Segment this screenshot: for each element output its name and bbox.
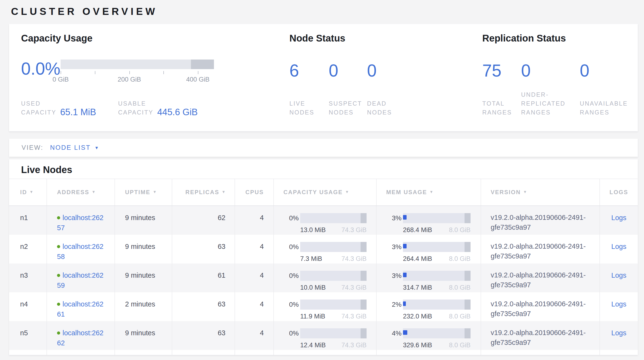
capacity-percent: 0% [284,242,299,252]
replication-status-panel: Replication Status 75 TOTAL RANGES 0 UND… [482,33,638,117]
column-header-address[interactable]: ADDRESS▼ [47,179,115,206]
mem-total-value: 8.0 GiB [449,254,470,264]
node-capacity-usage-cell: 0% 13.0 MiB 74.3 GiB [274,206,376,235]
mem-total-value: 8.0 GiB [449,225,470,235]
node-id: n1 [20,213,28,223]
mem-bar-dark-segment [464,242,470,252]
axis-tick-label: 400 GiB [186,76,210,83]
node-status-heading: Node Status [290,33,482,44]
node-address-link[interactable]: localhost:26257 [57,214,104,232]
capacity-total-value: 74.3 GiB [342,311,366,321]
total-ranges-label: TOTAL RANGES [482,99,521,117]
node-id: n5 [20,328,28,338]
under-replicated-ranges-label: UNDER- REPLICATED RANGES [521,90,580,117]
node-address-cell: localhost:26262 [57,328,105,348]
node-logs-link[interactable]: Logs [612,270,626,280]
used-capacity-stat: USED CAPACITY 65.1 MiB [21,99,118,117]
chevron-down-icon: ▼ [95,145,100,150]
capacity-percent: 0% [284,213,299,223]
view-dropdown[interactable]: NODE LIST ▼ [50,144,100,151]
capacity-percent: 0% [284,328,299,338]
node-address-link[interactable]: localhost:26262 [57,329,104,347]
mem-bar-dark-segment [464,271,470,281]
capacity-total-value: 74.3 GiB [342,340,366,350]
column-header-uptime[interactable]: UPTIME▼ [115,179,172,206]
capacity-bar [300,299,366,310]
node-mem-usage-cell: 3% 264.4 MiB 8.0 GiB [376,235,481,264]
mem-percent: 4% [386,328,402,338]
node-logs-link[interactable]: Logs [612,299,626,309]
node-logs-link[interactable]: Logs [612,241,626,252]
total-ranges-stat: 75 TOTAL RANGES [482,44,521,117]
table-row: n1 localhost:26257 9 minutes 62 4 0% 13.… [9,206,638,235]
node-status-panel: Node Status 6 LIVE NODES 0 SUSPECT NODES [290,33,482,117]
live-nodes-card: Live Nodes ID▼ ADDRESS▼ UPTIME▼ REPLICAS… [9,159,638,355]
capacity-bar-dark-segment [360,213,366,223]
node-version: v19.2.0-alpha.20190606-2491-gfe735c9a97 [491,299,589,319]
node-address-link[interactable]: localhost:26258 [57,243,104,260]
table-row: n4 localhost:26261 2 minutes 63 4 0% 11.… [9,292,638,321]
mem-total-value: 8.0 GiB [449,282,470,293]
column-header-replicas[interactable]: REPLICAS▼ [172,179,235,206]
capacity-total-value: 74.3 GiB [342,282,366,293]
view-selector-bar: VIEW: NODE LIST ▼ [9,139,638,157]
node-uptime: 9 minutes [125,270,155,280]
node-capacity-usage-cell: 0% 12.4 MiB 74.3 GiB [274,321,376,350]
node-cpus: 4 [260,241,264,252]
column-header-mem-usage[interactable]: MEM USAGE▼ [376,179,481,206]
mem-used-value: 232.0 MiB [403,311,432,321]
live-nodes-label: LIVE NODES [290,99,329,117]
node-replicas: 62 [218,213,226,223]
mem-total-value: 8.0 GiB [449,340,470,350]
live-nodes-table: ID▼ ADDRESS▼ UPTIME▼ REPLICAS▼ CPUS CAPA… [9,178,638,355]
capacity-total-value: 74.3 GiB [342,225,366,235]
node-id: n4 [20,299,28,309]
mem-bar-fill [403,273,406,277]
column-header-id[interactable]: ID▼ [9,179,47,206]
used-capacity-value: 65.1 MiB [60,107,96,117]
axis-tick [60,71,61,74]
node-address-link[interactable]: localhost:26261 [57,300,104,318]
unavailable-ranges-stat: 0 UNAVAILABLE RANGES [580,44,628,117]
node-address-cell: localhost:26257 [57,213,105,233]
node-version: v19.2.0-alpha.20190606-2491-gfe735c9a97 [491,270,589,290]
suspect-nodes-stat: 0 SUSPECT NODES [329,44,367,117]
capacity-bar-chart: 0 GiB200 GiB400 GiB [60,60,214,86]
node-logs-link[interactable]: Logs [612,328,626,338]
sort-desc-icon: ▼ [430,190,434,194]
mem-bar-fill [403,244,406,248]
column-header-capacity-usage[interactable]: CAPACITY USAGE▼ [274,179,376,206]
column-header-version[interactable]: VERSION▼ [481,179,600,206]
dead-nodes-value: 0 [367,61,392,80]
node-address-link[interactable]: localhost:26259 [57,271,104,289]
node-logs-link[interactable]: Logs [612,213,626,223]
node-mem-usage-cell: 2% 232.0 MiB 8.0 GiB [376,292,481,321]
capacity-bar [300,328,366,338]
view-label: VIEW: [22,144,43,151]
axis-tick [130,71,130,74]
node-mem-usage-cell: 3% 268.4 MiB 8.0 GiB [376,206,481,235]
axis-tick-label: 200 GiB [118,76,141,83]
dead-nodes-label: DEAD NODES [367,99,392,117]
usable-capacity-label: USABLE CAPACITY [118,99,153,117]
capacity-used-value: 11.9 MiB [300,311,325,321]
node-replicas: 63 [218,241,226,252]
mem-percent: 3% [386,271,402,281]
node-id: n2 [20,241,28,252]
capacity-usage-heading: Capacity Usage [21,33,290,44]
mem-bar [403,213,470,223]
mem-bar-fill [403,301,406,306]
node-uptime: 2 minutes [125,299,155,309]
node-capacity-usage-cell: 0% 7.3 MiB 74.3 GiB [274,235,376,264]
capacity-bar-track [60,60,214,69]
table-body: n1 localhost:26257 9 minutes 62 4 0% 13.… [9,206,638,355]
capacity-used-value: 10.0 MiB [300,282,326,293]
axis-tick-label: 0 GiB [52,76,69,83]
sort-desc-icon: ▼ [153,190,157,194]
mem-bar-dark-segment [464,299,470,310]
node-cpus: 4 [260,213,264,223]
table-row-partial [9,350,638,355]
unavailable-ranges-value: 0 [580,61,628,80]
column-header-cpus: CPUS [235,179,274,206]
node-capacity-usage-cell: 0% 10.0 MiB 74.3 GiB [274,264,376,292]
